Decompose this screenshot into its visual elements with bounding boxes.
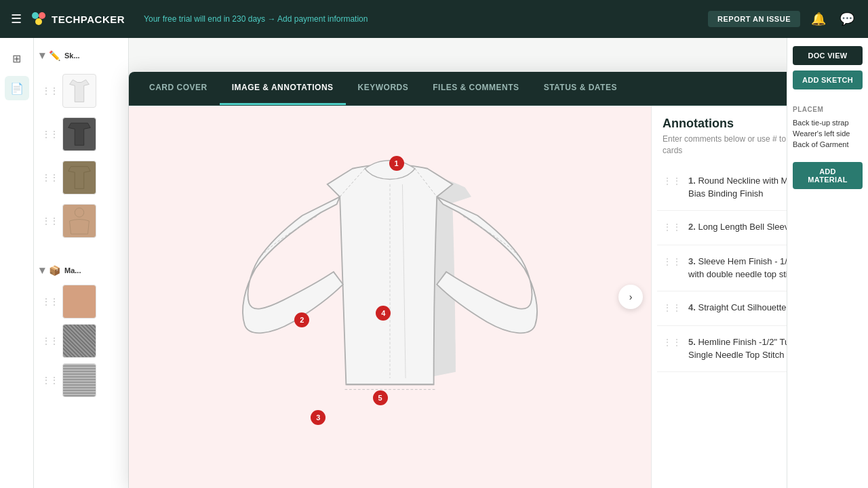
sidebar: ⊞ 📄 [0, 38, 34, 488]
material-item-2[interactable]: ⋮⋮ [39, 321, 123, 361]
image-area: 1 2 3 4 5 › [129, 106, 651, 488]
bell-icon[interactable]: 🔔 [808, 9, 829, 29]
placement-section: PLACEM Back tie-up strap Wearer's left s… [793, 106, 863, 148]
garment-illustration [227, 134, 553, 460]
trial-notice: Your free trial will end in 230 days → A… [144, 14, 368, 24]
navbar: ☰ TECHPACKER Your free trial will end in… [0, 0, 868, 38]
sidebar-docs-icon[interactable]: 📄 [5, 76, 29, 100]
placement-label: PLACEM [793, 106, 863, 113]
annotation-drag-handle-3: ⋮⋮ [663, 255, 682, 267]
report-issue-button[interactable]: REPORT AN ISSUE [708, 11, 800, 27]
logo-icon [30, 10, 47, 28]
add-payment-link[interactable]: Add payment information [277, 14, 368, 24]
tab-card-cover[interactable]: CARD COVER [137, 72, 220, 105]
logo: TECHPACKER [30, 10, 125, 28]
drag-handle-icon-4: ⋮⋮ [42, 216, 58, 226]
sketch-thumbnail-3 [62, 161, 96, 195]
material-thumbnail-3 [62, 363, 96, 397]
drag-handle-icon-3: ⋮⋮ [42, 173, 58, 182]
left-panel: ▾ ✏️ Sk... ⋮⋮ ⋮⋮ [34, 38, 129, 488]
svg-point-1 [39, 12, 45, 19]
tab-status-dates[interactable]: STATUS & DATES [532, 72, 629, 105]
material-item-3[interactable]: ⋮⋮ [39, 361, 123, 400]
annotation-drag-handle-5: ⋮⋮ [663, 336, 682, 348]
annotation-number-3: 3. [688, 256, 696, 266]
svg-point-2 [35, 18, 42, 25]
annotation-number-4: 4. [688, 302, 696, 312]
materials-collapse-icon[interactable]: ▾ [39, 264, 45, 277]
pin-1[interactable]: 1 [389, 156, 404, 171]
sketches-label: Sk... [64, 52, 80, 60]
annotation-drag-handle-2: ⋮⋮ [663, 220, 682, 232]
material-thumbnail-2 [62, 324, 96, 358]
sketches-collapse-icon[interactable]: ▾ [39, 49, 45, 62]
doc-view-button[interactable]: DOC VIEW [793, 46, 863, 65]
placement-value-2: Wearer's left side [793, 129, 863, 138]
annotation-desc-2: Long Length Bell Sleeve [698, 222, 793, 232]
drag-handle-icon: ⋮⋮ [42, 86, 58, 96]
placement-value-1: Back tie-up strap [793, 119, 863, 127]
sketch-thumbnail-1 [62, 74, 96, 108]
tab-files-comments[interactable]: FILES & COMMENTS [420, 72, 531, 105]
pin-2[interactable]: 2 [294, 312, 309, 327]
sketch-thumbnail-4 [62, 204, 96, 238]
sketch-item-2[interactable]: ⋮⋮ [39, 115, 123, 154]
annotation-desc-4: Straight Cut Silhouette [698, 302, 786, 312]
material-item-1[interactable]: ⋮⋮ [39, 282, 123, 321]
material-thumbnail-1 [62, 285, 96, 319]
add-sketch-button[interactable]: ADD SKETCH [793, 70, 863, 89]
annotation-number-1: 1. [688, 176, 696, 186]
modal-body: 1 2 3 4 5 › Annotations [129, 106, 868, 488]
annotation-number-2: 2. [688, 222, 696, 232]
svg-point-3 [75, 208, 83, 217]
comment-icon[interactable]: 💬 [837, 9, 857, 29]
materials-header: ▾ 📦 Ma... [39, 261, 123, 282]
drag-handle-mat-3: ⋮⋮ [42, 375, 58, 385]
sketch-item-1[interactable]: ⋮⋮ [39, 71, 123, 110]
annotation-drag-handle-4: ⋮⋮ [663, 301, 682, 313]
modal: CARD COVER IMAGE & ANNOTATIONS KEYWORDS … [129, 72, 868, 488]
tab-keywords[interactable]: KEYWORDS [346, 72, 421, 105]
right-panel: DOC VIEW ADD SKETCH PLACEM Back tie-up s… [787, 38, 868, 488]
drag-handle-mat-2: ⋮⋮ [42, 336, 58, 346]
pin-4[interactable]: 4 [376, 306, 391, 321]
annotation-number-5: 5. [688, 337, 696, 347]
materials-box-icon: 📦 [49, 265, 60, 276]
add-material-button[interactable]: ADD MATERIAL [793, 162, 863, 189]
sketches-edit-icon[interactable]: ✏️ [49, 50, 60, 61]
menu-icon[interactable]: ☰ [11, 12, 22, 26]
sketch-thumbnail-2 [62, 117, 96, 151]
materials-label: Ma... [64, 266, 81, 274]
brand-name: TECHPACKER [52, 14, 125, 25]
tab-image-annotations[interactable]: IMAGE & ANNOTATIONS [220, 72, 346, 105]
navbar-right: REPORT AN ISSUE 🔔 💬 [708, 9, 857, 29]
sidebar-home-icon[interactable]: ⊞ [5, 46, 29, 70]
sketch-item-4[interactable]: ⋮⋮ [39, 201, 123, 241]
materials-section: ▾ 📦 Ma... ⋮⋮ ⋮⋮ ⋮⋮ [39, 261, 123, 400]
tab-bar: CARD COVER IMAGE & ANNOTATIONS KEYWORDS … [129, 72, 868, 106]
pin-5[interactable]: 5 [373, 390, 388, 405]
drag-handle-icon-2: ⋮⋮ [42, 129, 58, 139]
svg-point-0 [32, 12, 39, 19]
drag-handle-mat-1: ⋮⋮ [42, 297, 58, 306]
placement-value-3: Back of Garment [793, 140, 863, 148]
pin-3[interactable]: 3 [311, 410, 326, 425]
main-area: ▾ ✏️ Sk... ⋮⋮ ⋮⋮ [34, 38, 868, 488]
annotation-drag-handle-1: ⋮⋮ [663, 174, 682, 186]
sketches-header: ▾ ✏️ Sk... [39, 46, 123, 67]
next-button[interactable]: › [618, 285, 643, 309]
sketch-item-3[interactable]: ⋮⋮ [39, 158, 123, 197]
garment-container: 1 2 3 4 5 [227, 134, 553, 460]
